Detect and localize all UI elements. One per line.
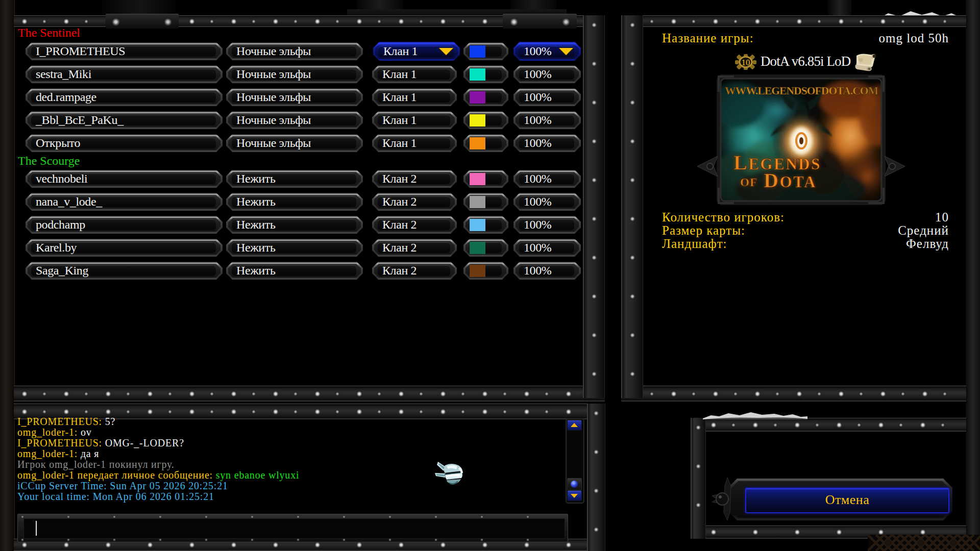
svg-text:10: 10 xyxy=(742,58,750,67)
